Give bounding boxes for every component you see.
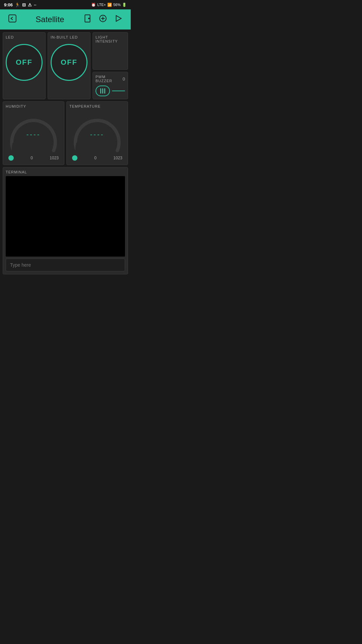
led-toggle-button[interactable]: OFF [6, 44, 43, 81]
add-button[interactable] [96, 11, 110, 28]
dots-icon: ·· [34, 2, 36, 7]
humidity-max: 1023 [50, 156, 59, 160]
back-button[interactable] [5, 11, 19, 28]
terminal-output [6, 176, 125, 257]
temperature-dot [72, 155, 77, 161]
humidity-card: HUMIDITY ---- 0 1023 [3, 101, 64, 165]
pwm-header: PWM BUZZER 0 [96, 75, 125, 83]
terminal-card: TERMINAL [3, 167, 128, 274]
terminal-label: TERMINAL [6, 170, 125, 174]
signal-icon: 📶 [107, 3, 112, 7]
led-label: LED [6, 35, 14, 39]
pwm-label: PWM BUZZER [96, 75, 123, 83]
sensor-row: HUMIDITY ---- 0 1023 TEMPERATURE [3, 101, 128, 165]
play-button[interactable] [111, 11, 125, 28]
bar-icon-3 [104, 88, 105, 94]
pwm-buzzer-card: PWM BUZZER 0 [93, 72, 128, 99]
add-icon [99, 14, 107, 23]
play-icon [114, 14, 123, 23]
humidity-scale: 0 1023 [6, 155, 61, 161]
battery-icon: 🔋 [122, 3, 127, 7]
bar-icon-1 [100, 88, 101, 94]
app-bar-actions [80, 11, 125, 28]
inbuilt-led-card: IN-BUILT LED OFF [48, 32, 90, 99]
top-row: LED OFF IN-BUILT LED OFF LIGHT INTENSITY… [3, 32, 128, 99]
alarm-icon: ⏰ [91, 3, 96, 7]
humidity-gauge: ---- [7, 110, 60, 154]
person-icon: 🏃 [15, 2, 20, 7]
status-right: ⏰ LTE+ 📶 56% 🔋 [91, 3, 127, 7]
humidity-min: 0 [31, 156, 33, 160]
temperature-min: 0 [94, 156, 97, 160]
terminal-input[interactable] [6, 259, 125, 271]
bar-icon-2 [102, 88, 103, 94]
temperature-value: ---- [90, 130, 105, 138]
inbuilt-led-state: OFF [61, 58, 77, 67]
door-button[interactable] [80, 11, 95, 28]
warning-icon: ⚠ [28, 2, 32, 7]
time-display: 9:06 [4, 2, 13, 7]
humidity-dot [8, 155, 14, 161]
led-card: LED OFF [3, 32, 46, 99]
led-state: OFF [16, 58, 33, 67]
pwm-slider-container [96, 86, 125, 96]
pwm-slider-thumb[interactable] [96, 86, 110, 96]
status-left: 9:06 🏃 ⊟ ⚠ ·· [4, 2, 36, 7]
pwm-slider-line [112, 91, 125, 91]
temperature-scale: 0 1023 [69, 155, 125, 161]
app-title: Satellite [19, 15, 80, 24]
pwm-value: 0 [123, 76, 125, 82]
temperature-label: TEMPERATURE [69, 104, 125, 108]
temperature-gauge: ---- [70, 110, 124, 154]
light-intensity-label: LIGHT INTENSITY [96, 35, 125, 43]
app-bar: Satellite [0, 9, 131, 30]
svg-point-2 [88, 18, 89, 19]
svg-rect-0 [9, 15, 16, 22]
battery-label: 56% [113, 3, 121, 7]
door-icon [83, 14, 92, 23]
status-bar: 9:06 🏃 ⊟ ⚠ ·· ⏰ LTE+ 📶 56% 🔋 [0, 0, 131, 9]
main-content: LED OFF IN-BUILT LED OFF LIGHT INTENSITY… [0, 30, 131, 277]
inbuilt-led-label: IN-BUILT LED [51, 35, 78, 39]
inbuilt-led-toggle-button[interactable]: OFF [51, 44, 87, 81]
back-icon [8, 14, 17, 23]
right-col: LIGHT INTENSITY PWM BUZZER 0 [93, 32, 128, 99]
humidity-label: HUMIDITY [6, 104, 61, 108]
svg-marker-6 [116, 15, 121, 21]
network-label: LTE+ [97, 3, 106, 7]
screenshot-icon: ⊟ [22, 2, 26, 7]
temperature-card: TEMPERATURE ---- 0 1023 [66, 101, 128, 165]
temperature-max: 1023 [113, 156, 122, 160]
light-intensity-card: LIGHT INTENSITY [93, 32, 128, 70]
humidity-value: ---- [26, 130, 41, 138]
